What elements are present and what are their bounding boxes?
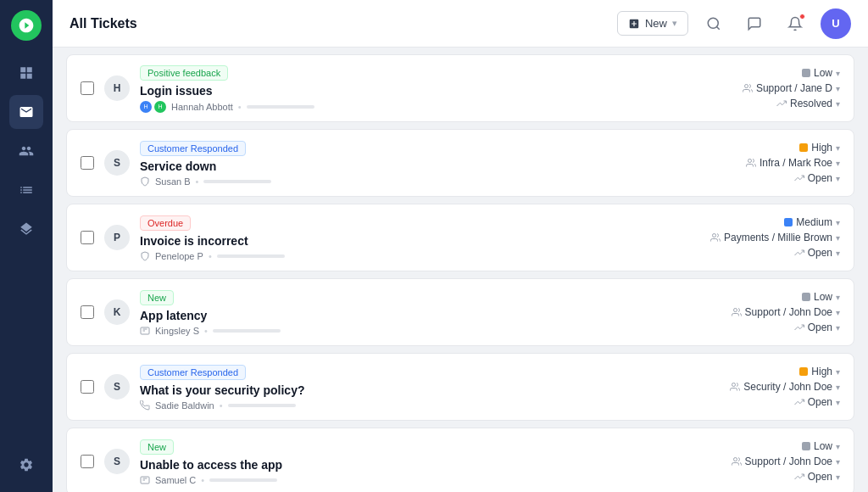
ticket-meta: Sadie Baldwin • (140, 400, 660, 411)
status-row[interactable]: Open ▾ (794, 321, 840, 333)
priority-label: Medium (796, 216, 832, 228)
ticket-checkbox[interactable] (81, 380, 94, 394)
priority-row[interactable]: High ▾ (799, 142, 840, 154)
team-label: Security / John Doe (743, 381, 832, 393)
user-avatar[interactable]: U (821, 8, 851, 39)
status-label: Open (808, 321, 832, 333)
status-icon (794, 248, 804, 258)
status-icon (776, 98, 787, 109)
chevron-down-icon: ▾ (836, 293, 840, 302)
ticket-meta: Kingsley S • (140, 326, 660, 336)
ticket-meta-name: Sadie Baldwin (155, 400, 214, 411)
team-row[interactable]: Support / Jane D ▾ (743, 82, 840, 94)
priority-row[interactable]: Low ▾ (802, 67, 840, 79)
ticket-right-info: High ▾ Security / John Doe ▾ Open ▾ (670, 366, 840, 408)
priority-row[interactable]: High ▾ (799, 366, 840, 377)
app-logo[interactable] (11, 10, 42, 41)
table-row[interactable]: H Positive feedback Login issues H H Han… (66, 54, 854, 122)
ticket-meta: H H Hannah Abbott • (140, 101, 660, 113)
team-label: Support / Jane D (756, 82, 832, 94)
sidebar-item-chart[interactable] (9, 173, 43, 207)
ticket-progress-bar (203, 180, 271, 183)
sidebar-item-settings[interactable] (9, 448, 43, 482)
ticket-checkbox[interactable] (81, 156, 94, 170)
priority-row[interactable]: Low ▾ (802, 440, 840, 452)
status-row[interactable]: Resolved ▾ (776, 98, 840, 109)
status-row[interactable]: Open ▾ (794, 172, 840, 184)
ticket-checkbox[interactable] (81, 81, 94, 95)
svg-point-5 (733, 309, 737, 312)
sidebar-item-inbox[interactable] (9, 95, 43, 129)
team-row[interactable]: Support / John Doe ▾ (732, 306, 840, 318)
ticket-body: Positive feedback Login issues H H Hanna… (140, 64, 660, 113)
sidebar-item-layers[interactable] (9, 212, 43, 246)
ticket-body: Customer Responded Service down Susan B … (140, 140, 660, 187)
svg-point-8 (733, 458, 737, 461)
ticket-progress-bar (213, 329, 281, 333)
chevron-down-icon: ▾ (836, 308, 840, 317)
search-button[interactable] (698, 8, 729, 39)
ticket-tag: Overdue (140, 215, 191, 231)
team-icon (746, 158, 756, 168)
ticket-checkbox[interactable] (81, 455, 94, 468)
ticket-meta-name: Penelope P (155, 251, 203, 261)
priority-label: High (811, 142, 832, 154)
status-label: Open (808, 247, 832, 259)
status-icon (794, 173, 804, 183)
ticket-checkbox[interactable] (81, 305, 94, 319)
team-icon (730, 382, 740, 392)
status-row[interactable]: Open ▾ (794, 396, 840, 408)
ticket-list: H Positive feedback Login issues H H Han… (53, 48, 868, 492)
ticket-tag: Customer Responded (140, 365, 246, 380)
ticket-title: Login issues (140, 84, 660, 98)
sidebar-item-grid[interactable] (9, 56, 43, 90)
ticket-meta: Susan B • (140, 176, 660, 187)
chevron-down-icon: ▾ (836, 398, 840, 407)
ticket-meta-name: Samuel C (155, 475, 196, 485)
ticket-checkbox[interactable] (81, 231, 94, 244)
team-row[interactable]: Infra / Mark Roe ▾ (746, 157, 840, 169)
message-button[interactable] (739, 8, 770, 39)
ticket-right-info: Medium ▾ Payments / Millie Brown ▾ Open … (670, 216, 840, 259)
svg-point-2 (748, 159, 751, 163)
notification-button[interactable] (780, 8, 810, 39)
status-row[interactable]: Open ▾ (794, 471, 840, 483)
ticket-right-info: Low ▾ Support / Jane D ▾ Resolved ▾ (670, 67, 840, 109)
table-row[interactable]: S Customer Responded What is your securi… (66, 353, 854, 421)
priority-label: Low (814, 67, 832, 79)
chevron-down-icon: ▾ (836, 367, 840, 377)
chevron-down-icon: ▾ (836, 383, 840, 392)
table-row[interactable]: K New App latency Kingsley S • Low ▾ (66, 278, 854, 346)
avatar: P (104, 225, 130, 250)
team-row[interactable]: Security / John Doe ▾ (730, 381, 840, 393)
ticket-meta-name: Hannah Abbott (171, 102, 233, 112)
ticket-progress-bar (228, 404, 296, 407)
new-button[interactable]: New ▾ (617, 11, 688, 36)
meta-avatar2: H (154, 101, 166, 113)
priority-row[interactable]: Low ▾ (802, 291, 840, 303)
ticket-body: New App latency Kingsley S • (140, 289, 660, 336)
table-row[interactable]: P Overdue Invoice is incorrect Penelope … (66, 204, 854, 271)
priority-row[interactable]: Medium ▾ (784, 216, 840, 228)
team-row[interactable]: Payments / Millie Brown ▾ (710, 232, 840, 243)
team-icon (732, 456, 742, 467)
meta-icon (140, 475, 150, 485)
avatar: S (104, 150, 130, 176)
ticket-right-info: Low ▾ Support / John Doe ▾ Open ▾ (670, 291, 840, 333)
ticket-meta: Samuel C • (140, 475, 660, 485)
table-row[interactable]: S New Unable to access the app Samuel C … (66, 428, 854, 492)
ticket-meta: Penelope P • (140, 251, 660, 261)
message-icon (747, 16, 762, 31)
svg-point-6 (732, 383, 736, 387)
table-row[interactable]: S Customer Responded Service down Susan … (66, 129, 854, 197)
header: All Tickets New ▾ U (53, 0, 868, 48)
status-row[interactable]: Open ▾ (794, 247, 840, 259)
chevron-down-icon: ▾ (836, 218, 840, 227)
ticket-title: Unable to access the app (140, 458, 660, 472)
ticket-title: Invoice is incorrect (140, 234, 660, 248)
search-icon (706, 16, 721, 31)
team-label: Support / John Doe (745, 456, 832, 467)
chevron-down-icon: ▾ (836, 457, 840, 467)
team-row[interactable]: Support / John Doe ▾ (732, 456, 840, 467)
sidebar-item-users[interactable] (9, 134, 43, 168)
